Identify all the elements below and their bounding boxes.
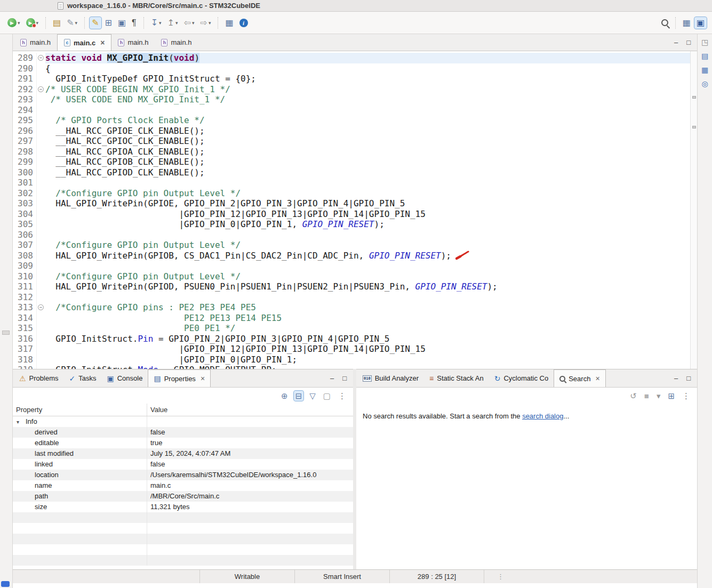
property-column-header[interactable]: Property	[13, 404, 147, 416]
minimize-button[interactable]: –	[674, 38, 678, 46]
new-search-button[interactable]: ⊞	[666, 391, 676, 401]
tab-main-h-1[interactable]: hmain.h	[14, 34, 57, 51]
open-perspective-button[interactable]: ▦	[681, 17, 693, 29]
code-line[interactable]: 289−static void MX_GPIO_Init(void)	[13, 53, 697, 63]
property-row[interactable]: editabletrue	[13, 438, 353, 448]
code-line[interactable]: 300 __HAL_RCC_GPIOD_CLK_ENABLE();	[13, 167, 697, 178]
code-line[interactable]: 297 __HAL_RCC_GPIOC_CLK_ENABLE();	[13, 136, 697, 147]
minimize-button[interactable]: –	[330, 374, 334, 382]
collapse-chevron-icon[interactable]: ▾	[17, 417, 26, 427]
code-line[interactable]: 315 PE0 PE1 */	[13, 323, 697, 334]
code-line[interactable]: 294	[13, 105, 697, 116]
code-line[interactable]: 292−/* USER CODE BEGIN MX_GPIO_Init_1 */	[13, 84, 697, 95]
minimized-view-handle[interactable]	[2, 331, 10, 335]
show-whitespace-button[interactable]: ¶	[130, 17, 139, 29]
generate-code-button[interactable]: ✎▾	[65, 17, 79, 29]
open-project-button[interactable]: ▤	[51, 17, 63, 29]
debug-view-icon[interactable]: ◎	[701, 80, 708, 87]
outline-view-icon[interactable]: ▤	[701, 52, 708, 60]
filter-properties-button[interactable]: ▽	[308, 391, 317, 401]
code-line[interactable]: 291 GPIO_InitTypeDef GPIO_InitStruct = {…	[13, 74, 697, 84]
code-line[interactable]: 306	[13, 230, 697, 240]
code-line[interactable]: 309	[13, 261, 697, 271]
show-categories-button[interactable]: ⊟	[294, 391, 304, 401]
property-row[interactable]: linkedfalse	[13, 459, 353, 470]
device-configuration-button[interactable]: ✎	[90, 17, 101, 29]
code-line[interactable]: 313− /*Configure GPIO pins : PE2 PE3 PE4…	[13, 302, 697, 313]
property-row[interactable]: size11,321 bytes	[13, 502, 353, 512]
fold-collapse-icon[interactable]: −	[38, 55, 44, 61]
code-line[interactable]: 295 /* GPIO Ports Clock Enable */	[13, 115, 697, 126]
tab-main-h-2[interactable]: hmain.h	[111, 34, 155, 51]
code-line[interactable]: 319 GPIO_InitStruct.Mode = GPIO_MODE_OUT…	[13, 365, 697, 369]
cpp-perspective-button[interactable]: ▣	[694, 17, 707, 29]
run-previous-search-button[interactable]: ↺	[628, 391, 638, 401]
value-column-header[interactable]: Value	[147, 404, 353, 416]
search-button[interactable]	[659, 18, 670, 28]
code-line[interactable]: 296 __HAL_RCC_GPIOE_CLK_ENABLE();	[13, 126, 697, 136]
code-editor[interactable]: 289−static void MX_GPIO_Init(void)290{29…	[13, 51, 697, 369]
code-line[interactable]: 301	[13, 178, 697, 188]
restore-view-icon[interactable]: ◳	[701, 38, 708, 46]
back-button[interactable]: ⇦▾	[182, 17, 197, 29]
code-line[interactable]: 298 __HAL_RCC_GPIOA_CLK_ENABLE();	[13, 147, 697, 157]
close-icon[interactable]: ×	[595, 374, 599, 383]
property-row[interactable]: ▾Info	[13, 416, 353, 427]
code-line[interactable]: 310 /*Configure GPIO pin Output Level */	[13, 271, 697, 282]
code-line[interactable]: 314 PE12 PE13 PE14 PE15	[13, 313, 697, 324]
forward-button[interactable]: ⇨▾	[198, 17, 213, 29]
minimize-button[interactable]: –	[674, 374, 678, 382]
open-editor-button[interactable]: ▣	[116, 17, 128, 29]
maximize-button[interactable]: □	[342, 374, 347, 382]
code-line[interactable]: 303 HAL_GPIO_WritePin(GPIOE, GPIO_PIN_2|…	[13, 198, 697, 209]
tab-main-c[interactable]: cmain.c×	[57, 34, 111, 51]
statusbar-menu-icon[interactable]: ⋮	[497, 573, 504, 581]
code-line[interactable]: 305 |GPIO_PIN_0|GPIO_PIN_1, GPIO_PIN_RES…	[13, 219, 697, 230]
tab-cyclomatic[interactable]: ↻Cyclomatic Co	[489, 369, 554, 387]
tab-properties[interactable]: ▤Properties×	[148, 369, 211, 387]
properties-view-menu-button[interactable]: ⋮	[337, 391, 348, 401]
maximize-button[interactable]: □	[686, 38, 691, 46]
property-row[interactable]: last modifiedJuly 15, 2024, 4:07:47 AM	[13, 448, 353, 459]
maximize-button[interactable]: □	[686, 374, 691, 382]
fold-collapse-icon[interactable]: −	[38, 304, 44, 310]
tab-main-h-3[interactable]: hmain.h	[155, 34, 198, 51]
property-row[interactable]: namemain.c	[13, 480, 353, 491]
code-line[interactable]: 312	[13, 292, 697, 303]
build-targets-view-icon[interactable]: ▦	[701, 66, 708, 74]
tab-tasks[interactable]: ✓Tasks	[63, 369, 101, 387]
new-editor-window-button[interactable]: ▦	[223, 17, 235, 29]
property-row[interactable]: path/MBR/Core/Src/main.c	[13, 491, 353, 502]
tab-console[interactable]: ▣Console	[101, 369, 148, 387]
previous-searches-button[interactable]: ▾	[655, 391, 662, 401]
code-line[interactable]: 293 /* USER CODE END MX_GPIO_Init_1 */	[13, 94, 697, 105]
restore-defaults-button[interactable]: ▢	[322, 391, 332, 401]
code-line[interactable]: 308 HAL_GPIO_WritePin(GPIOB, CS_DAC1_Pin…	[13, 251, 697, 261]
overview-ruler[interactable]	[690, 51, 697, 369]
property-row[interactable]: location/Users/karemsalhi/STM32CubeIDE/w…	[13, 470, 353, 480]
tab-search[interactable]: Search×	[554, 369, 605, 387]
code-line[interactable]: 304 |GPIO_PIN_12|GPIO_PIN_13|GPIO_PIN_14…	[13, 209, 697, 220]
tab-static-stack[interactable]: ≡Static Stack An	[424, 369, 489, 387]
tab-problems[interactable]: ⚠Problems	[14, 369, 63, 387]
search-view-menu-button[interactable]: ⋮	[681, 391, 692, 401]
fold-collapse-icon[interactable]: −	[38, 86, 44, 92]
code-line[interactable]: 316 GPIO_InitStruct.Pin = GPIO_PIN_2|GPI…	[13, 334, 697, 344]
overview-annotation-icon[interactable]	[692, 126, 696, 128]
search-dialog-link[interactable]: search dialog	[522, 412, 563, 420]
run-button[interactable]: ▶▾	[24, 17, 41, 29]
last-edit-location-button[interactable]: ↧▾	[149, 17, 164, 29]
overview-annotation-icon[interactable]	[692, 96, 696, 99]
close-icon[interactable]: ×	[100, 38, 105, 47]
code-line[interactable]: 307 /*Configure GPIO pin Output Level */	[13, 240, 697, 251]
pin-properties-button[interactable]: ⊕	[279, 391, 290, 401]
debug-button[interactable]: ▶▾	[5, 17, 22, 29]
property-row[interactable]: derivedfalse	[13, 427, 353, 438]
tab-build-analyzer[interactable]: 010Build Analyzer	[357, 369, 424, 387]
close-icon[interactable]: ×	[201, 374, 205, 383]
code-line[interactable]: 302 /*Configure GPIO pin Output Level */	[13, 188, 697, 199]
code-line[interactable]: 317 |GPIO_PIN_12|GPIO_PIN_13|GPIO_PIN_14…	[13, 344, 697, 355]
cancel-search-button[interactable]: ■	[643, 391, 651, 401]
code-line[interactable]: 290{	[13, 63, 697, 74]
update-code-button[interactable]: ⊞	[103, 17, 114, 29]
